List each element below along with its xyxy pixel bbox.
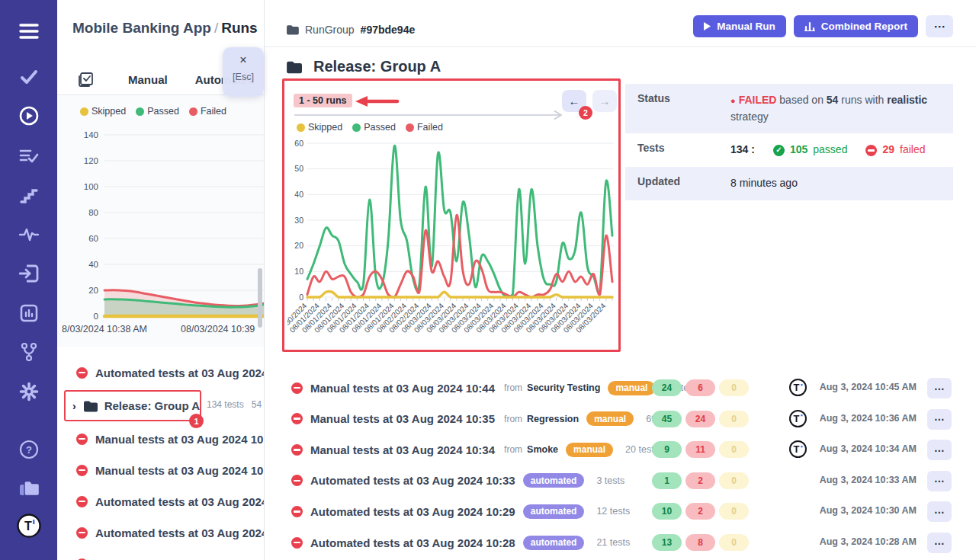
updated-value: 8 minutes ago (720, 167, 953, 200)
list-item[interactable]: Manual tests at 03 Aug 2024 10:42 (57, 459, 265, 482)
svg-text:0: 0 (94, 312, 98, 321)
run-title: Automated tests at 03 Aug 2024 (95, 558, 265, 560)
release-info-panel: Status ●FAILED based on 54 runs with rea… (625, 84, 953, 200)
release-heading: Release: Group A (286, 58, 441, 75)
chevron-right-icon[interactable]: › (72, 400, 76, 412)
skipped-pill: 0 (719, 472, 749, 489)
breadcrumb: Mobile Banking App/Runs (72, 20, 258, 37)
failed-status-icon (76, 527, 88, 539)
menu-icon[interactable] (0, 23, 57, 40)
list-item[interactable]: Automated tests at 03 Aug 2024 (57, 552, 265, 560)
status-label: Status (625, 84, 720, 133)
runs-line-chart: 605040302010007/30/202408/01/202408/01/2… (287, 136, 618, 350)
next-runs-button[interactable]: → (592, 90, 617, 112)
result-pills: 2460 (652, 379, 749, 396)
run-row[interactable]: Automated tests at 03 Aug 2024 10:28auto… (265, 527, 976, 558)
page-title: Runs (221, 20, 258, 36)
run-title: Manual tests at 03 Aug 2024 10:34 (310, 443, 495, 456)
failed-pill: 2 (685, 503, 715, 520)
list-item[interactable]: Manual tests at 03 Aug 2024 10:43 (57, 427, 265, 450)
branch-icon[interactable] (0, 342, 57, 362)
passed-pill: 13 (652, 534, 682, 551)
legend-passed: Passed (364, 122, 396, 133)
project-name-link[interactable]: Mobile Banking App (72, 20, 211, 36)
row-more-button[interactable]: ⋯ (927, 440, 952, 460)
row-more-button[interactable]: ⋯ (927, 471, 952, 491)
tab-manual[interactable]: Manual (128, 73, 168, 86)
failed-status-icon (291, 475, 303, 486)
result-pills: 9110 (652, 441, 749, 458)
svg-text:40: 40 (88, 260, 98, 269)
run-row[interactable]: Manual tests at 03 Aug 2024 10:44fromSec… (265, 373, 976, 403)
run-title: Manual tests at 03 Aug 2024 10:44 (310, 382, 495, 395)
run-type-badge: automated (523, 504, 585, 519)
sidebar-item-release-group-a[interactable]: › Release: Group A (64, 390, 201, 421)
skipped-pill: 0 (719, 503, 749, 520)
runs-history-chart: Skipped Passed Failed 140120100806040200… (57, 95, 265, 347)
list-item[interactable]: Automated tests at 03 Aug 2024 10 (57, 490, 265, 513)
svg-text:140: 140 (84, 130, 98, 139)
run-row[interactable]: Manual tests at 03 Aug 2024 10:35fromReg… (265, 404, 976, 434)
result-pills: 45240 (652, 411, 749, 427)
skipped-pill: 0 (719, 411, 749, 427)
steps-icon[interactable] (0, 188, 57, 203)
run-row[interactable]: Manual tests at 03 Aug 2024 10:34fromSmo… (265, 434, 976, 465)
bar-chart-icon[interactable] (0, 304, 57, 322)
more-actions-button[interactable]: ⋯ (926, 15, 953, 37)
list-check-icon[interactable] (0, 148, 57, 165)
release-title: Release: Group A (313, 58, 441, 75)
app-logo[interactable]: T (0, 514, 57, 538)
close-icon[interactable]: × (223, 54, 264, 66)
folders-icon[interactable] (0, 479, 57, 498)
check-icon[interactable] (0, 69, 57, 85)
row-more-button[interactable]: ⋯ (927, 501, 952, 522)
list-item[interactable]: Automated tests at 03 Aug 2024 10 (57, 521, 265, 544)
run-title: Release: Group A (104, 399, 200, 412)
passed-check-icon: ✓ (773, 145, 785, 156)
annotation-arrow (355, 94, 400, 109)
failed-pill: 2 (685, 472, 715, 489)
row-more-button[interactable]: ⋯ (927, 378, 952, 398)
skipped-dot (80, 107, 88, 116)
tests-count: 3 tests (596, 475, 624, 486)
select-runs-icon[interactable] (78, 72, 94, 88)
x-label-start: 8/03/2024 10:38 AM (62, 324, 147, 334)
run-title: Manual tests at 03 Aug 2024 10:35 (310, 412, 495, 425)
combined-report-button[interactable]: Combined Report (794, 15, 918, 37)
runs-count: 54 runs (252, 399, 265, 410)
failed-status-icon (291, 537, 303, 549)
row-more-button[interactable]: ⋯ (927, 533, 952, 553)
run-row[interactable]: Automated tests at 03 Aug 2024 10:33auto… (265, 466, 976, 496)
run-title: Automated tests at 03 Aug 2024 10 (95, 495, 265, 508)
list-item[interactable]: Automated tests at 03 Aug 2024 10 (57, 361, 265, 384)
pagination-axis-arrow (294, 110, 567, 120)
run-source: Regression (527, 414, 579, 424)
skipped-pill: 0 (719, 534, 749, 551)
run-timestamp: Aug 3, 2024 10:34 AM (820, 443, 917, 454)
svg-text:100: 100 (84, 182, 98, 191)
legend-failed: Failed (417, 122, 443, 133)
activity-icon[interactable] (0, 227, 57, 242)
tests-count: 134 tests (207, 399, 244, 410)
mini-area-chart: 140120100806040200 (57, 124, 265, 324)
help-icon[interactable]: ? (0, 440, 57, 459)
panel-scrollbar[interactable] (258, 268, 262, 328)
failed-status-icon (76, 496, 88, 507)
svg-text:10: 10 (294, 267, 303, 276)
run-type-badge: manual (586, 411, 634, 426)
play-icon (704, 22, 711, 30)
sign-in-icon[interactable] (0, 264, 57, 283)
esc-overlay[interactable]: × [Esc] (223, 47, 264, 97)
manual-run-button[interactable]: Manual Run (693, 15, 786, 37)
gear-icon[interactable] (0, 382, 57, 402)
svg-text:40: 40 (294, 190, 303, 199)
row-more-button[interactable]: ⋯ (927, 409, 952, 430)
run-row-main: Automated tests at 03 Aug 2024 10:28auto… (291, 527, 630, 558)
app-sidebar: ? T (0, 0, 57, 560)
folder-icon (83, 400, 98, 412)
run-timestamp: Aug 3, 2024 10:28 AM (820, 536, 917, 547)
run-row[interactable]: Automated tests at 03 Aug 2024 10:29auto… (265, 496, 976, 526)
runs-list: Manual tests at 03 Aug 2024 10:44fromSec… (265, 373, 976, 560)
play-circle-icon[interactable] (0, 106, 57, 126)
failed-dot (189, 107, 197, 116)
